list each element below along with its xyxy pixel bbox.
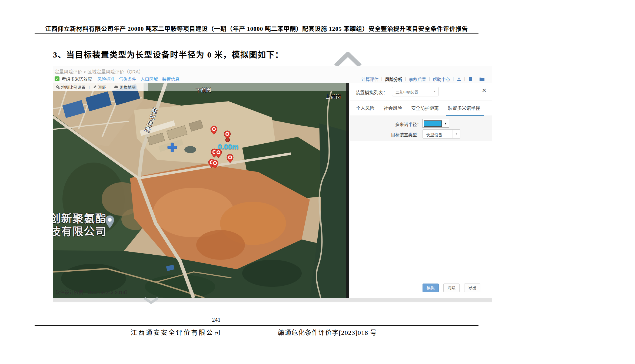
footer-company: 江西通安安全评价有限公司 xyxy=(131,327,221,337)
down-chevron-watermark xyxy=(143,297,159,304)
switch-map-tool[interactable]: 更换地图 xyxy=(114,84,136,90)
horizontal-scrollbar[interactable] xyxy=(53,298,492,302)
domino-effect-checkbox[interactable]: ✓ xyxy=(55,76,59,81)
place-label-xiaqiangang: 下前岗 xyxy=(196,86,211,93)
tab-domino-radius[interactable]: 装置多米诺半径 xyxy=(448,105,480,111)
panel-header: 装置模拟列表： 二苯甲酮装置 ▾ × xyxy=(350,83,492,100)
panel-title: 装置模拟列表： xyxy=(355,89,388,96)
separator: | xyxy=(473,77,479,82)
map-scale-tool[interactable]: 地图比例设置 xyxy=(56,84,85,90)
chevron-down-icon: ▾ xyxy=(431,87,438,96)
color-swatch xyxy=(424,120,442,127)
target-type-select[interactable]: 长型设备 ▾ xyxy=(423,129,460,139)
nav-link-device-info[interactable]: 装置信息 xyxy=(162,76,179,82)
filter-row: ✓ 考虑多米诺效应 风险标准 气象条件 人口区域 装置信息 xyxy=(55,76,179,82)
separator: | xyxy=(378,77,385,82)
clear-button[interactable]: 清除 xyxy=(443,284,460,292)
header-rule xyxy=(35,33,478,34)
separator: | xyxy=(109,85,111,89)
close-icon[interactable]: × xyxy=(482,87,486,94)
page-number: 241 xyxy=(189,316,243,323)
device-list-select[interactable]: 二苯甲酮装置 ▾ xyxy=(392,87,438,96)
device-marker[interactable] xyxy=(210,126,217,135)
separator: | xyxy=(426,77,433,82)
menu-help-center[interactable]: 帮助中心 xyxy=(433,76,450,82)
body-paragraph: 3、当目标装置类型为长型设备时半径为 0 米，模拟图如下： xyxy=(53,48,284,60)
export-button[interactable]: 导出 xyxy=(464,284,480,292)
folder-icon[interactable] xyxy=(479,77,485,82)
up-chevron-watermark xyxy=(333,52,363,68)
nav-link-weather[interactable]: 气象条件 xyxy=(119,76,136,82)
footer-certificate: 赣通危化条件评价字[2023]018 号 xyxy=(278,327,377,337)
cloud-icon xyxy=(114,85,118,89)
domino-radius-label: 多米诺半径： xyxy=(352,121,421,127)
place-label-shangqiangang: 上前岗 xyxy=(325,93,341,100)
device-marker[interactable] xyxy=(227,154,234,163)
switch-map-label: 更换地图 xyxy=(119,84,136,90)
company-label: 创新聚氨酯 技有限公司 xyxy=(53,212,107,238)
domino-effect-label: 考虑多米诺效应 xyxy=(62,76,92,82)
device-marker-dot[interactable] xyxy=(225,137,230,142)
pencil-icon xyxy=(93,85,97,89)
chevron-down-icon: ▾ xyxy=(453,130,460,138)
tab-personal-risk[interactable]: 个人风险 xyxy=(356,105,374,111)
report-header-title: 江西仰立新材料有限公司年产 20000 吨苯二甲胺等项目建设（一期（年产 100… xyxy=(35,24,478,32)
breadcrumb: 定量风险评价 > 区域定量风险评价（QRA） xyxy=(55,68,143,75)
menu-accident-consequence[interactable]: 事故后果 xyxy=(409,76,426,82)
panel-tabs: 个人风险 社会风险 安全防护距离 装置多米诺半径 xyxy=(350,100,492,116)
separator: | xyxy=(461,77,468,82)
map-attribution: 软件设计依据：《GB/T37243-2019》 xyxy=(55,289,130,295)
simulation-panel: 装置模拟列表： 二苯甲酮装置 ▾ × 个人风险 社会风险 安全防护距离 装置多米… xyxy=(350,83,492,298)
map-right-edge xyxy=(346,83,349,298)
target-type-label: 目标装置类型： xyxy=(352,131,421,138)
map-center-cross-icon xyxy=(167,143,177,152)
document-icon[interactable] xyxy=(468,77,473,82)
nav-link-risk-standard[interactable]: 风险标准 xyxy=(97,76,115,82)
measure-tool[interactable]: 测距 xyxy=(93,84,106,90)
device-marker[interactable] xyxy=(211,160,218,169)
device-marker[interactable] xyxy=(215,149,222,158)
simulate-button[interactable]: 模拟 xyxy=(423,284,439,292)
tab-safety-distance[interactable]: 安全防护距离 xyxy=(411,105,439,111)
map-terrain xyxy=(53,83,349,298)
separator: | xyxy=(402,77,409,82)
tab-social-risk[interactable]: 社会风险 xyxy=(384,105,402,111)
measure-label: 测距 xyxy=(98,84,106,90)
device-list-select-value: 二苯甲酮装置 xyxy=(395,89,418,95)
map-scale-label: 地图比例设置 xyxy=(61,84,85,90)
domino-radius-color-select[interactable]: ▼ xyxy=(423,119,449,128)
download-icon[interactable] xyxy=(457,77,461,82)
separator: | xyxy=(89,85,90,89)
nav-links: 风险标准 气象条件 人口区域 装置信息 xyxy=(97,76,179,82)
company-label-line2: 技有限公司 xyxy=(53,225,107,238)
company-label-line1: 创新聚氨酯 xyxy=(53,212,107,225)
separator: | xyxy=(450,77,457,82)
nav-link-population[interactable]: 人口区域 xyxy=(141,76,158,82)
panel-buttons: 模拟 清除 导出 xyxy=(423,284,480,292)
target-type-select-value: 长型设备 xyxy=(426,132,442,137)
gears-icon xyxy=(56,85,60,89)
menu-risk-analysis[interactable]: 风险分析 xyxy=(385,76,402,82)
footer-rule xyxy=(35,325,478,326)
map-toolbar: 地图比例设置 | 测距 | 更换地图 xyxy=(53,83,148,91)
chevron-down-icon: ▼ xyxy=(444,122,447,125)
company-poi-pin xyxy=(105,215,115,229)
menu-calc-evaluate[interactable]: 计算评估 xyxy=(361,76,378,82)
qra-app-screenshot: 定量风险评价 > 区域定量风险评价（QRA） ✓ 考虑多米诺效应 风险标准 气象… xyxy=(53,66,492,302)
satellite-map[interactable]: 地图比例设置 | 测距 | 更换地图 下前岗 上前岗 盐化大道 创新聚氨酯 技 xyxy=(53,83,349,298)
top-menu: 计算评估 | 风险分析 | 事故后果 | 帮助中心 | | | xyxy=(361,76,485,82)
